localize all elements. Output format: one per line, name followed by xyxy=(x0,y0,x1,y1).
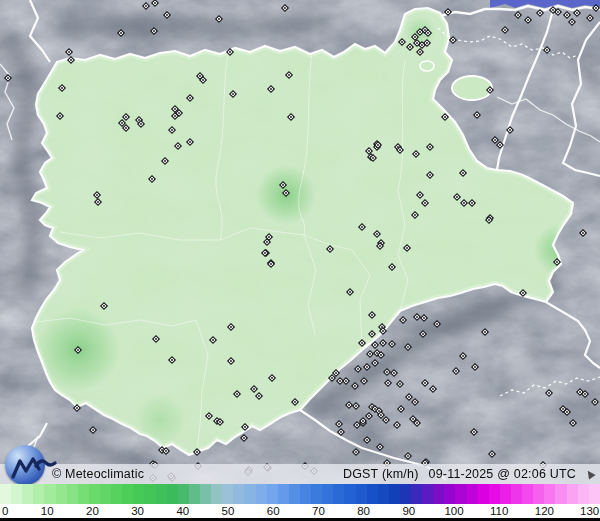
scale-tick-label: 40 xyxy=(176,504,189,518)
scale-block xyxy=(544,484,555,504)
scale-block xyxy=(311,484,322,504)
scale-block xyxy=(56,484,67,504)
scale-block xyxy=(144,484,155,504)
scale-tick-label: 120 xyxy=(535,504,554,518)
scale-block xyxy=(67,484,78,504)
scale-block xyxy=(433,484,444,504)
scale-block xyxy=(455,484,466,504)
scale-block xyxy=(344,484,355,504)
scale-tick-label: 10 xyxy=(41,504,54,518)
scale-block xyxy=(11,484,22,504)
region-enclave xyxy=(452,76,492,100)
scale-block xyxy=(356,484,367,504)
logo-m-wave-icon xyxy=(7,449,61,487)
scale-tick-label: 70 xyxy=(312,504,325,518)
scale-block xyxy=(156,484,167,504)
scale-block xyxy=(122,484,133,504)
scale-block xyxy=(489,484,500,504)
scale-block xyxy=(411,484,422,504)
scale-block xyxy=(222,484,233,504)
scale-tick-label: 50 xyxy=(222,504,235,518)
scale-block xyxy=(200,484,211,504)
scale-block xyxy=(233,484,244,504)
scale-block xyxy=(300,484,311,504)
scale-block xyxy=(167,484,178,504)
scale-tick-label: 30 xyxy=(131,504,144,518)
scale-block xyxy=(533,484,544,504)
scale-block xyxy=(389,484,400,504)
scale-tick-label: 20 xyxy=(86,504,99,518)
wind-gust-map[interactable] xyxy=(0,0,600,484)
scale-tick-label: 0 xyxy=(2,504,8,518)
scale-block xyxy=(178,484,189,504)
datetime-label: 09-11-2025 @ 02:06 UTC xyxy=(429,467,577,481)
weather-map-app: © Meteoclimatic DGST (km/h) 09-11-2025 @… xyxy=(0,0,600,521)
scale-block xyxy=(0,484,11,504)
scale-block xyxy=(589,484,600,504)
info-strip: © Meteoclimatic DGST (km/h) 09-11-2025 @… xyxy=(0,464,600,484)
scale-block xyxy=(22,484,33,504)
gust-scale-ticks: 0102030405060708090100110120130 xyxy=(0,504,600,518)
scale-block xyxy=(133,484,144,504)
scale-block xyxy=(267,484,278,504)
scale-block xyxy=(522,484,533,504)
scale-block xyxy=(189,484,200,504)
scale-block xyxy=(567,484,578,504)
scale-block xyxy=(289,484,300,504)
scale-block xyxy=(278,484,289,504)
product-label: DGST (km/h) xyxy=(343,467,419,481)
scale-tick-label: 90 xyxy=(402,504,415,518)
scale-block xyxy=(367,484,378,504)
scale-block xyxy=(378,484,389,504)
scale-block xyxy=(111,484,122,504)
scale-block xyxy=(33,484,44,504)
scale-block xyxy=(511,484,522,504)
scale-tick-label: 100 xyxy=(444,504,463,518)
scale-block xyxy=(256,484,267,504)
scale-block xyxy=(478,484,489,504)
scale-block xyxy=(78,484,89,504)
scale-block xyxy=(578,484,589,504)
scale-block xyxy=(422,484,433,504)
scale-block xyxy=(333,484,344,504)
scale-block xyxy=(211,484,222,504)
gust-color-scale xyxy=(0,484,600,504)
scale-block xyxy=(555,484,566,504)
meteoclimatic-logo[interactable] xyxy=(5,445,61,487)
scale-block xyxy=(467,484,478,504)
cursor-arrow-icon xyxy=(584,468,595,479)
scale-block xyxy=(400,484,411,504)
attribution-label: © Meteoclimatic xyxy=(52,467,144,481)
scale-tick-label: 110 xyxy=(490,504,508,518)
scale-block xyxy=(444,484,455,504)
scale-block xyxy=(500,484,511,504)
scale-block xyxy=(100,484,111,504)
scale-tick-label: 80 xyxy=(357,504,370,518)
scale-block xyxy=(244,484,255,504)
scale-block xyxy=(44,484,55,504)
scale-tick-label: 130 xyxy=(580,504,599,518)
scale-block xyxy=(322,484,333,504)
scale-tick-label: 60 xyxy=(267,504,280,518)
scale-block xyxy=(89,484,100,504)
